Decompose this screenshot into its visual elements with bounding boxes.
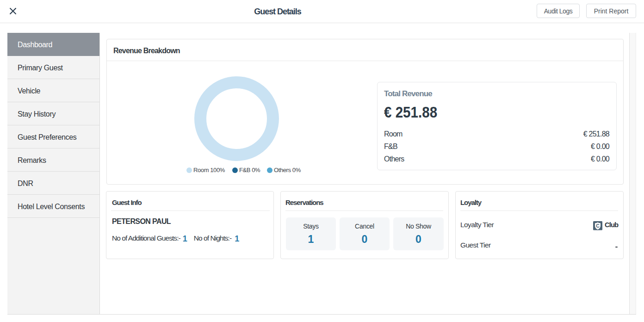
svg-text:C: C [596,223,600,229]
